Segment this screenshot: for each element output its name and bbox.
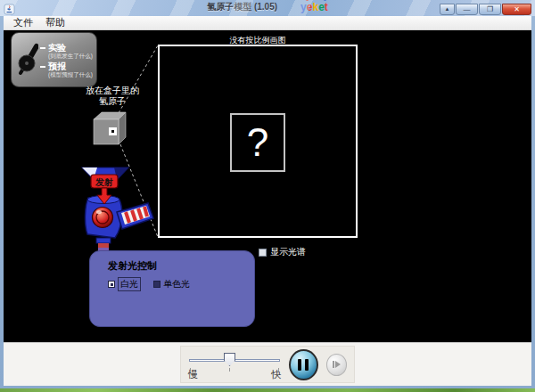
experiment-label: 实验 [48, 43, 93, 53]
speed-slider[interactable]: 慢 快 [188, 347, 281, 381]
step-icon [333, 361, 334, 368]
experiment-subtitle: (到底发生了什么) [48, 53, 93, 59]
app-window: 氢原子模型 (1.05) yeket ▲ — ❐ ✕ 文件 帮助 [0, 0, 535, 392]
show-spectrum-label: 显示光谱 [270, 246, 306, 258]
mode-switch-lever-icon[interactable] [15, 40, 38, 79]
menu-help[interactable]: 帮助 [39, 16, 71, 29]
gun-trigger-button [93, 208, 113, 228]
question-mark: ? [247, 120, 268, 165]
experiment-tick [40, 47, 45, 49]
white-light-label: 白光 [118, 277, 141, 291]
radio-monochrome-light[interactable]: 单色光 [153, 278, 190, 290]
pause-icon [298, 359, 301, 371]
slider-tick [229, 368, 230, 372]
step-button[interactable] [326, 354, 347, 376]
yeket-logo: yeket [300, 1, 328, 13]
slow-label: 慢 [188, 368, 198, 381]
light-control-panel: 发射光控制 白光 单色光 [89, 250, 255, 327]
simulation-canvas: 实验 (到底发生了什么) 预报 (模型预报了什么) 放在盒子里的 [4, 30, 531, 342]
mode-option-experiment[interactable]: 实验 (到底发生了什么) [40, 43, 93, 59]
java-cup-icon [4, 4, 15, 15]
fast-label: 快 [271, 368, 281, 381]
svg-text:发射: 发射 [95, 177, 113, 187]
slider-thumb[interactable] [224, 353, 235, 366]
mode-option-prediction[interactable]: 预报 (模型预报了什么) [40, 61, 93, 78]
show-spectrum-checkbox[interactable] [259, 249, 267, 257]
menubar: 文件 帮助 [4, 16, 531, 30]
radio-white-light[interactable]: 白光 [108, 277, 141, 291]
close-button[interactable]: ✕ [502, 4, 531, 15]
light-control-title: 发射光控制 [108, 259, 254, 273]
prediction-tick [40, 66, 45, 68]
menu-file[interactable]: 文件 [7, 16, 39, 29]
prediction-label: 预报 [48, 61, 93, 71]
clock-panel: 慢 快 [180, 346, 355, 383]
white-light-radio-icon[interactable] [108, 281, 115, 288]
minimize-button[interactable]: — [456, 4, 478, 15]
photon-gun: 发射 [75, 166, 157, 255]
maximize-button[interactable]: ❐ [479, 4, 501, 15]
monochrome-label: 单色光 [163, 278, 190, 290]
mode-switch-panel: 实验 (到底发生了什么) 预报 (模型预报了什么) [11, 32, 97, 87]
desktop-wallpaper-sliver [0, 388, 535, 392]
pause-button[interactable] [289, 349, 318, 380]
window-title: 氢原子模型 (1.05) [207, 1, 277, 13]
window-helper-button[interactable]: ▲ [440, 4, 455, 15]
prediction-subtitle: (模型预报了什么) [48, 71, 93, 78]
show-spectrum-control[interactable]: 显示光谱 [259, 246, 306, 258]
monochrome-radio-icon[interactable] [153, 281, 160, 288]
atom-box-icon [90, 110, 129, 146]
unknown-atom-placeholder: ? [230, 113, 285, 172]
atom-box-label: 放在盒子里的 氢原子 [62, 86, 162, 107]
titlebar: 氢原子模型 (1.05) yeket ▲ — ❐ ✕ [0, 0, 535, 16]
clock-control-strip: 慢 快 [4, 342, 531, 386]
